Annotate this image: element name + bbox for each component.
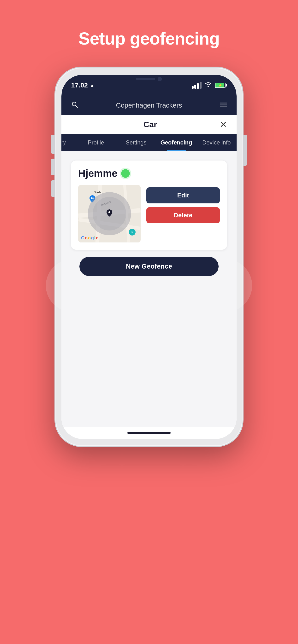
google-o2: o bbox=[88, 236, 91, 240]
geofence-name: Hjemme bbox=[78, 168, 117, 179]
delete-button[interactable]: Delete bbox=[146, 207, 220, 223]
map-circle-outer bbox=[88, 192, 131, 235]
google-label: G o o g l e bbox=[81, 236, 98, 240]
app-header-title: Copenhagen Trackers bbox=[116, 102, 182, 109]
app-header: Copenhagen Trackers bbox=[61, 96, 237, 115]
tab-geofencing[interactable]: Geofencing bbox=[156, 134, 197, 151]
map-teal-icon: k bbox=[129, 229, 135, 236]
page-title-text: Setup geofencing bbox=[78, 29, 220, 48]
phone-shell: 17.02 ▲ ⚡ bbox=[55, 68, 243, 446]
tab-profile[interactable]: Profile bbox=[76, 134, 116, 151]
svg-point-6 bbox=[108, 211, 110, 213]
map-background: Sterbro Vindegade bbox=[78, 185, 140, 242]
signal-icon bbox=[192, 82, 202, 89]
battery-bolt: ⚡ bbox=[218, 84, 222, 87]
geofence-card-body: Sterbro Vindegade bbox=[78, 185, 220, 242]
notch-camera bbox=[158, 77, 162, 81]
geofence-card-header: Hjemme bbox=[78, 168, 220, 179]
google-g2: g bbox=[91, 236, 94, 240]
vol-up bbox=[51, 158, 54, 176]
wifi-icon bbox=[205, 82, 212, 89]
tabs-bar: ry Profile Settings Geofencing Device in… bbox=[61, 134, 237, 151]
battery-tip bbox=[226, 84, 227, 86]
tab-settings[interactable]: Settings bbox=[116, 134, 157, 151]
tab-device-info[interactable]: Device info bbox=[197, 134, 237, 151]
battery-body: ⚡ bbox=[215, 83, 226, 88]
notch-speaker bbox=[136, 78, 155, 80]
battery-icon: ⚡ bbox=[215, 83, 227, 88]
menu-icon[interactable] bbox=[220, 102, 227, 109]
edit-button[interactable]: Edit bbox=[146, 187, 220, 204]
map-thumbnail: Sterbro Vindegade bbox=[78, 185, 140, 242]
tab-settings-label: Settings bbox=[126, 139, 146, 146]
svg-line-1 bbox=[76, 106, 77, 107]
modal-body: Hjemme bbox=[61, 151, 237, 427]
status-dot bbox=[121, 169, 130, 178]
screen: 17.02 ▲ ⚡ bbox=[61, 75, 237, 439]
map-center-pin bbox=[106, 210, 112, 218]
status-icons: ⚡ bbox=[192, 82, 227, 89]
map-circle-inner bbox=[93, 197, 126, 230]
status-time: 17.02 ▲ bbox=[71, 82, 95, 89]
google-l: l bbox=[94, 236, 95, 240]
close-icon[interactable]: ✕ bbox=[220, 120, 227, 129]
geofence-card: Hjemme bbox=[71, 160, 227, 250]
modal-title: Car bbox=[81, 120, 220, 129]
status-bar: 17.02 ▲ ⚡ bbox=[61, 75, 237, 96]
google-o1: o bbox=[85, 236, 88, 240]
home-indicator bbox=[61, 427, 237, 439]
modal-container: Car ✕ ry Profile Settings Geofencing De bbox=[61, 115, 237, 439]
new-geofence-button[interactable]: New Geofence bbox=[79, 257, 219, 276]
tab-partial[interactable]: ry bbox=[61, 134, 76, 151]
google-g1: G bbox=[81, 236, 84, 240]
tab-geofencing-label: Geofencing bbox=[161, 139, 192, 146]
time-display: 17.02 bbox=[71, 82, 88, 89]
action-buttons: Edit Delete bbox=[146, 185, 220, 223]
home-bar bbox=[127, 432, 171, 434]
location-arrow-icon: ▲ bbox=[90, 83, 95, 88]
google-e: e bbox=[96, 236, 98, 240]
tab-profile-label: Profile bbox=[88, 139, 104, 146]
tab-partial-label: ry bbox=[61, 140, 66, 146]
vol-down bbox=[51, 180, 54, 197]
notch bbox=[125, 75, 173, 84]
tab-device-info-label: Device info bbox=[202, 139, 231, 146]
modal-header: Car ✕ bbox=[61, 115, 237, 134]
map-circle-container bbox=[88, 192, 131, 235]
search-icon[interactable] bbox=[71, 101, 78, 110]
